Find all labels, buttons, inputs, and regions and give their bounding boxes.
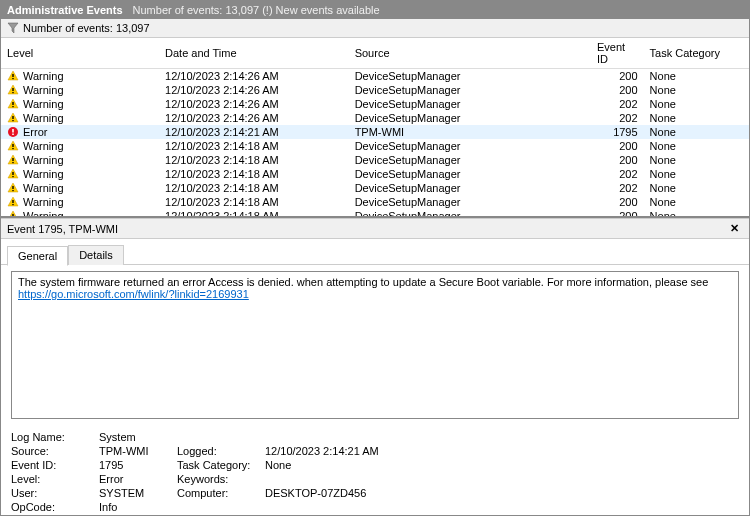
warning-icon [7, 98, 19, 110]
col-datetime[interactable]: Date and Time [159, 38, 349, 69]
svg-rect-6 [12, 116, 13, 119]
event-message: The system firmware returned an error Ac… [11, 271, 739, 419]
source-cell: DeviceSetupManager [349, 83, 591, 97]
eventid-label: Event ID: [11, 459, 91, 471]
source-cell: DeviceSetupManager [349, 97, 591, 111]
datetime-cell: 12/10/2023 2:14:18 AM [159, 195, 349, 209]
level-text: Warning [23, 154, 64, 166]
taskcat-cell: None [644, 153, 749, 167]
source-label: Source: [11, 445, 91, 457]
table-row[interactable]: Warning12/10/2023 2:14:26 AMDeviceSetupM… [1, 83, 749, 97]
level-text: Warning [23, 70, 64, 82]
source-cell: DeviceSetupManager [349, 209, 591, 218]
filter-icon[interactable] [7, 22, 19, 34]
toolbar: Number of events: 13,097 [1, 19, 749, 38]
datetime-cell: 12/10/2023 2:14:18 AM [159, 139, 349, 153]
level-text: Error [23, 126, 47, 138]
taskcat-value: None [265, 459, 435, 471]
close-icon[interactable]: ✕ [726, 222, 743, 235]
eventid-cell: 200 [591, 209, 644, 218]
eventid-cell: 1795 [591, 125, 644, 139]
table-row[interactable]: Warning12/10/2023 2:14:18 AMDeviceSetupM… [1, 139, 749, 153]
warning-icon [7, 182, 19, 194]
table-row[interactable]: Error12/10/2023 2:14:21 AMTPM-WMI1795Non… [1, 125, 749, 139]
table-row[interactable]: Warning12/10/2023 2:14:26 AMDeviceSetupM… [1, 69, 749, 84]
opcode-value: Info [99, 501, 435, 513]
col-level[interactable]: Level [1, 38, 159, 69]
message-link[interactable]: https://go.microsoft.com/fwlink/?linkid=… [18, 288, 249, 300]
header-bar: Administrative Events Number of events: … [1, 1, 749, 19]
taskcat-cell: None [644, 111, 749, 125]
source-cell: DeviceSetupManager [349, 139, 591, 153]
detail-tabs: General Details [1, 239, 749, 265]
taskcat-cell: None [644, 83, 749, 97]
svg-rect-21 [12, 214, 13, 217]
col-eventid[interactable]: Event ID [591, 38, 644, 69]
opcode-label: OpCode: [11, 501, 91, 513]
svg-rect-16 [12, 176, 13, 177]
warning-icon [7, 168, 19, 180]
taskcat-cell: None [644, 139, 749, 153]
logged-value: 12/10/2023 2:14:21 AM [265, 445, 435, 457]
header-title: Administrative Events [7, 4, 123, 16]
table-row[interactable]: Warning12/10/2023 2:14:26 AMDeviceSetupM… [1, 97, 749, 111]
table-row[interactable]: Warning12/10/2023 2:14:18 AMDeviceSetupM… [1, 153, 749, 167]
eventid-cell: 202 [591, 167, 644, 181]
taskcat-cell: None [644, 69, 749, 84]
message-text: The system firmware returned an error Ac… [18, 276, 708, 288]
svg-rect-1 [12, 78, 13, 79]
svg-rect-3 [12, 92, 13, 93]
taskcat-cell: None [644, 125, 749, 139]
tab-general[interactable]: General [7, 246, 68, 266]
warning-icon [7, 196, 19, 208]
datetime-cell: 12/10/2023 2:14:18 AM [159, 167, 349, 181]
datetime-cell: 12/10/2023 2:14:26 AM [159, 69, 349, 84]
svg-rect-13 [12, 158, 13, 161]
table-row[interactable]: Warning12/10/2023 2:14:18 AMDeviceSetupM… [1, 195, 749, 209]
logged-label: Logged: [177, 445, 257, 457]
eventid-cell: 202 [591, 181, 644, 195]
table-row[interactable]: Warning12/10/2023 2:14:18 AMDeviceSetupM… [1, 167, 749, 181]
svg-rect-20 [12, 204, 13, 205]
source-cell: DeviceSetupManager [349, 181, 591, 195]
level-text: Warning [23, 196, 64, 208]
source-cell: DeviceSetupManager [349, 69, 591, 84]
event-count-label: Number of events: 13,097 [23, 22, 150, 34]
svg-rect-14 [12, 162, 13, 163]
datetime-cell: 12/10/2023 2:14:18 AM [159, 181, 349, 195]
logname-label: Log Name: [11, 431, 91, 443]
level-text: Warning [23, 98, 64, 110]
col-taskcat[interactable]: Task Category [644, 38, 749, 69]
svg-rect-7 [12, 120, 13, 121]
taskcat-cell: None [644, 167, 749, 181]
datetime-cell: 12/10/2023 2:14:18 AM [159, 153, 349, 167]
level-text: Warning [23, 182, 64, 194]
svg-rect-17 [12, 186, 13, 189]
taskcat-cell: None [644, 97, 749, 111]
eventid-cell: 200 [591, 153, 644, 167]
eventid-cell: 200 [591, 139, 644, 153]
table-row[interactable]: Warning12/10/2023 2:14:26 AMDeviceSetupM… [1, 111, 749, 125]
computer-value: DESKTOP-07ZD456 [265, 487, 435, 499]
svg-rect-9 [12, 129, 14, 133]
column-header-row[interactable]: Level Date and Time Source Event ID Task… [1, 38, 749, 69]
svg-rect-0 [12, 74, 13, 77]
table-row[interactable]: Warning12/10/2023 2:14:18 AMDeviceSetupM… [1, 209, 749, 218]
event-list[interactable]: Level Date and Time Source Event ID Task… [1, 38, 749, 218]
col-source[interactable]: Source [349, 38, 591, 69]
datetime-cell: 12/10/2023 2:14:21 AM [159, 125, 349, 139]
taskcat-cell: None [644, 195, 749, 209]
level-label: Level: [11, 473, 91, 485]
detail-body: The system firmware returned an error Ac… [1, 264, 749, 516]
tab-details[interactable]: Details [68, 245, 124, 265]
source-cell: DeviceSetupManager [349, 167, 591, 181]
source-cell: DeviceSetupManager [349, 153, 591, 167]
warning-icon [7, 84, 19, 96]
keywords-value [265, 473, 435, 485]
table-row[interactable]: Warning12/10/2023 2:14:18 AMDeviceSetupM… [1, 181, 749, 195]
svg-rect-5 [12, 106, 13, 107]
svg-rect-10 [12, 134, 14, 136]
svg-rect-2 [12, 88, 13, 91]
level-text: Warning [23, 168, 64, 180]
detail-header: Event 1795, TPM-WMI ✕ [1, 218, 749, 239]
